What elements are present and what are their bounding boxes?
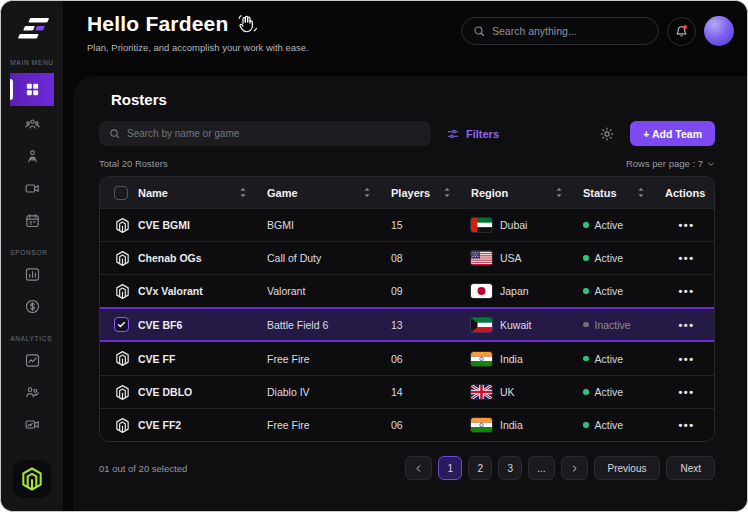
sort-icon[interactable] xyxy=(443,187,451,198)
app-logo-icon[interactable] xyxy=(14,14,50,44)
region-name: UK xyxy=(500,386,515,398)
sidebar-item-media-analytics[interactable] xyxy=(10,411,54,438)
notifications-button[interactable] xyxy=(667,17,696,46)
global-search-input[interactable] xyxy=(492,25,647,37)
row-actions-menu-icon[interactable]: ••• xyxy=(678,252,694,264)
row-actions-menu-icon[interactable]: ••• xyxy=(678,419,694,431)
row-checkbox-checked[interactable] xyxy=(114,317,129,332)
select-all-checkbox[interactable] xyxy=(114,186,128,200)
search-icon xyxy=(473,25,485,37)
row-actions-menu-icon[interactable]: ••• xyxy=(678,285,694,297)
previous-button[interactable]: Previous xyxy=(594,456,661,480)
sidebar-item-sponsor-stats[interactable] xyxy=(10,261,54,288)
actions-cell: ••• xyxy=(665,252,714,264)
table-row[interactable]: CVE BF6 Battle Field 6 13 Kuwait Inactiv… xyxy=(100,307,714,342)
sidebar-item-team-analytics[interactable] xyxy=(10,379,54,406)
page-ellipsis[interactable]: ... xyxy=(528,456,554,480)
table-row[interactable]: Chenab OGs Call of Duty 08 USA Active ••… xyxy=(100,241,714,274)
roster-search-input[interactable] xyxy=(127,128,421,139)
filters-button[interactable]: Filters xyxy=(446,127,499,141)
team-name: CVE FF xyxy=(138,353,267,365)
add-team-button[interactable]: + Add Team xyxy=(630,121,715,146)
team-name-text: CVE BGMI xyxy=(138,219,190,231)
players-count: 06 xyxy=(391,353,471,365)
page-3[interactable]: 3 xyxy=(498,456,522,480)
column-header-game[interactable]: Game xyxy=(267,187,391,199)
page-1[interactable]: 1 xyxy=(438,456,462,480)
table-row[interactable]: CVE BGMI BGMI 15 Dubai Active ••• xyxy=(100,208,714,241)
team-brand-tile[interactable] xyxy=(13,460,51,498)
sort-icon[interactable] xyxy=(363,187,371,198)
flag-icon-kuwait xyxy=(471,318,492,332)
row-actions-menu-icon[interactable]: ••• xyxy=(678,386,694,398)
search-icon xyxy=(109,128,120,139)
global-search[interactable] xyxy=(461,17,659,45)
status-dot xyxy=(583,422,589,428)
sort-icon[interactable] xyxy=(239,187,247,198)
top-header: Hello Fardeen Plan, Prioritize, and acco… xyxy=(63,1,747,76)
team-name-text: CVE FF2 xyxy=(138,419,181,431)
avatar[interactable] xyxy=(704,16,734,46)
status-badge: Active xyxy=(583,419,665,431)
team-name-text: Chenab OGs xyxy=(138,252,202,264)
status-label: Inactive xyxy=(595,319,631,331)
sidebar-item-earnings[interactable] xyxy=(10,293,54,320)
players-count: 09 xyxy=(391,285,471,297)
active-indicator xyxy=(10,79,13,100)
row-actions-menu-icon[interactable]: ••• xyxy=(678,219,694,231)
actions-cell: ••• xyxy=(665,419,714,431)
sidebar-item-dashboard[interactable] xyxy=(10,73,54,106)
table-row[interactable]: CVE FF Free Fire 06 India Active ••• xyxy=(100,342,714,375)
actions-cell: ••• xyxy=(665,319,714,331)
sidebar-section-label: ANALYTICS xyxy=(10,335,54,342)
team-shield-icon xyxy=(114,350,138,367)
game-name: Call of Duty xyxy=(267,252,391,264)
column-label: Name xyxy=(138,187,168,199)
sidebar-item-teams[interactable] xyxy=(10,111,54,138)
table-row[interactable]: CVx Valorant Valorant 09 Japan Active ••… xyxy=(100,274,714,307)
rows-per-page-select[interactable]: Rows per page : 7 xyxy=(626,158,715,169)
notification-dot xyxy=(683,25,687,29)
chevron-down-icon xyxy=(707,160,715,168)
column-header-region[interactable]: Region xyxy=(471,187,583,199)
next-button[interactable]: Next xyxy=(666,456,715,480)
team-shield-icon xyxy=(19,466,45,492)
status-label: Active xyxy=(595,219,624,231)
add-team-label: + Add Team xyxy=(643,128,702,140)
status-badge: Active xyxy=(583,285,665,297)
sidebar-item-performance[interactable] xyxy=(10,347,54,374)
region-name: India xyxy=(500,353,523,365)
sort-icon[interactable] xyxy=(555,187,563,198)
table-footer: 01 out of 20 selected 123...PreviousNext xyxy=(99,456,715,480)
status-dot xyxy=(583,356,589,362)
status-badge: Active xyxy=(583,353,665,365)
page-prev-arrow[interactable] xyxy=(405,456,432,480)
column-header-players[interactable]: Players xyxy=(391,187,471,199)
actions-cell: ••• xyxy=(665,353,714,365)
table-row[interactable]: CVE FF2 Free Fire 06 India Active ••• xyxy=(100,408,714,441)
roster-search[interactable] xyxy=(99,121,431,146)
player-icon xyxy=(24,148,41,165)
team-stats-icon xyxy=(24,384,41,401)
table-row[interactable]: CVE DBLO Diablo IV 14 UK Active ••• xyxy=(100,375,714,408)
column-header-status[interactable]: Status xyxy=(583,187,665,199)
page-2[interactable]: 2 xyxy=(468,456,492,480)
sidebar-sections: MAIN MENUSPONSORANALYTICS xyxy=(10,44,54,438)
sidebar-item-players[interactable] xyxy=(10,143,54,170)
greeting-subtitle: Plan, Prioritize, and accomplish your wo… xyxy=(87,42,309,53)
column-header-name[interactable]: Name xyxy=(138,187,267,199)
page-next-arrow[interactable] xyxy=(561,456,588,480)
team-name-text: CVE FF xyxy=(138,353,175,365)
status-dot xyxy=(583,255,589,261)
row-actions-menu-icon[interactable]: ••• xyxy=(678,319,694,331)
sidebar: MAIN MENUSPONSORANALYTICS xyxy=(1,1,63,511)
sidebar-item-media[interactable] xyxy=(10,175,54,202)
sort-icon[interactable] xyxy=(637,187,645,198)
sidebar-item-schedule[interactable] xyxy=(10,207,54,234)
row-actions-menu-icon[interactable]: ••• xyxy=(678,353,694,365)
gear-icon xyxy=(599,126,615,142)
settings-button[interactable] xyxy=(599,126,615,142)
greeting-block: Hello Fardeen Plan, Prioritize, and acco… xyxy=(87,12,309,53)
coin-icon xyxy=(24,298,41,315)
row-lead xyxy=(114,417,138,434)
